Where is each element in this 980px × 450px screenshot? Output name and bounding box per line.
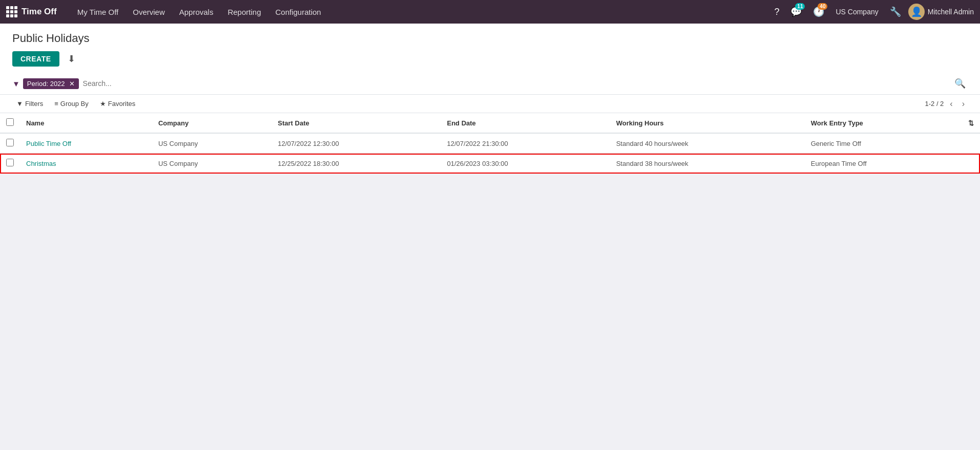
download-icon: ⬇ [68,54,75,64]
row-start-date: 12/07/2022 12:30:00 [272,133,441,154]
th-start-date: Start Date [272,113,441,133]
search-icon: 🔍 [954,78,966,89]
th-select-all[interactable] [0,113,20,133]
th-end-date: End Date [441,113,610,133]
row-company: US Company [152,154,272,174]
search-button[interactable]: 🔍 [952,76,968,91]
filter-funnel-icon: ▼ [12,79,20,88]
row-checkbox[interactable] [6,159,14,166]
search-input[interactable] [83,79,948,88]
app-logo[interactable]: Time Off [6,6,65,17]
row-company: US Company [152,133,272,154]
messages-button[interactable]: 💬 11 [786,4,806,19]
settings-icon-button[interactable]: 🔧 [886,4,905,19]
avatar-image: 👤 [911,6,922,17]
groupby-icon: ≡ [54,100,58,108]
table-row[interactable]: Christmas US Company 12/25/2022 18:30:00… [0,154,980,174]
pagination-text: 1-2 / 2 [925,100,944,108]
nav-actions: ? 💬 11 🕐 40 US Company 🔧 👤 Mitchell Admi… [770,4,974,20]
grid-icon[interactable] [6,6,17,17]
pagination: 1-2 / 2 ‹ › [925,98,968,110]
row-actions-cell [962,154,980,174]
th-working-hours: Working Hours [610,113,805,133]
star-icon: ★ [100,100,106,108]
page-header: Public Holidays CREATE ⬇ [0,24,980,67]
row-actions-cell [962,133,980,154]
toolbar: CREATE ⬇ [12,51,968,67]
nav-configuration[interactable]: Configuration [269,0,327,24]
filter-controls: ▼ Filters ≡ Group By ★ Favorites [12,98,139,110]
nav-my-time-off[interactable]: My Time Off [71,0,125,24]
th-name: Name [20,113,152,133]
active-filters: ▼ Period: 2022 ✕ [12,78,79,89]
row-name[interactable]: Christmas [20,154,152,174]
prev-page-button[interactable]: ‹ [947,98,955,110]
filter-icon: ▼ [16,100,23,108]
period-filter-tag[interactable]: Period: 2022 ✕ [23,78,79,89]
row-end-date: 12/07/2022 21:30:00 [441,133,610,154]
holidays-table: Name Company Start Date End Date Working… [0,113,980,174]
help-icon: ? [774,7,779,17]
th-company: Company [152,113,272,133]
page-title: Public Holidays [12,32,968,45]
filters-button[interactable]: ▼ Filters [12,98,47,110]
next-page-button[interactable]: › [959,98,968,110]
table-row[interactable]: Public Time Off US Company 12/07/2022 12… [0,133,980,154]
favorites-button[interactable]: ★ Favorites [96,98,139,110]
row-name-link[interactable]: Public Time Off [26,140,71,147]
search-input-wrap[interactable] [83,79,948,88]
row-end-date: 01/26/2023 03:30:00 [441,154,610,174]
select-all-checkbox[interactable] [6,118,14,126]
wrench-icon: 🔧 [890,6,901,17]
bottom-area [0,174,980,450]
table-header-row: Name Company Start Date End Date Working… [0,113,980,133]
company-selector[interactable]: US Company [831,8,882,16]
row-working-hours: Standard 38 hours/week [610,154,805,174]
top-navigation: Time Off My Time Off Overview Approvals … [0,0,980,24]
user-avatar[interactable]: 👤 [908,4,925,20]
row-checkbox-cell[interactable] [0,154,20,174]
activities-button[interactable]: 🕐 40 [809,4,828,19]
row-checkbox[interactable] [6,139,14,146]
messages-badge: 11 [795,3,805,10]
help-icon-button[interactable]: ? [770,5,783,19]
search-filter-row: ▼ Period: 2022 ✕ 🔍 [0,73,980,95]
row-start-date: 12/25/2022 18:30:00 [272,154,441,174]
nav-overview[interactable]: Overview [127,0,171,24]
create-button[interactable]: CREATE [12,51,59,67]
controls-row: ▼ Filters ≡ Group By ★ Favorites 1-2 / 2… [0,95,980,113]
row-name-link[interactable]: Christmas [26,160,56,167]
filter-tag-label: Period: 2022 [27,80,65,88]
activities-badge: 40 [818,3,827,10]
user-name[interactable]: Mitchell Admin [928,8,974,16]
th-work-entry-type: Work Entry Type [805,113,962,133]
row-name[interactable]: Public Time Off [20,133,152,154]
row-work-entry-type: Generic Time Off [805,133,962,154]
row-work-entry-type: European Time Off [805,154,962,174]
nav-reporting[interactable]: Reporting [221,0,267,24]
row-working-hours: Standard 40 hours/week [610,133,805,154]
filter-tag-close-icon[interactable]: ✕ [69,80,75,88]
column-adjust-icon: ⇅ [968,119,974,127]
table-container: Name Company Start Date End Date Working… [0,113,980,174]
row-checkbox-cell[interactable] [0,133,20,154]
th-column-adjust[interactable]: ⇅ [962,113,980,133]
nav-approvals[interactable]: Approvals [173,0,220,24]
download-button[interactable]: ⬇ [64,51,79,67]
groupby-button[interactable]: ≡ Group By [50,98,93,110]
app-name: Time Off [22,7,57,17]
